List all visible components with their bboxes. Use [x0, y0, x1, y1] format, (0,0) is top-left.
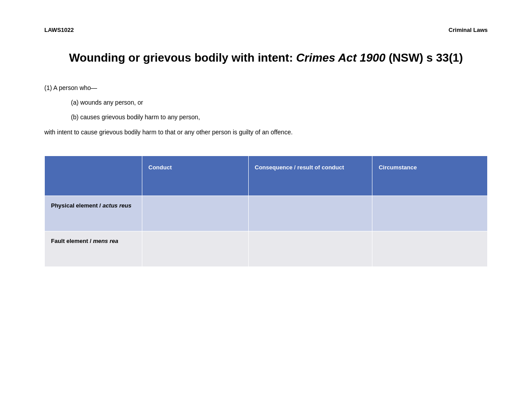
- row2-label: Fault element / mens rea: [45, 231, 142, 266]
- statute-line1: (1) A person who—: [44, 82, 488, 94]
- row1-col2: [142, 196, 248, 231]
- title-section: Wounding or grievous bodily with intent:…: [44, 51, 488, 65]
- elements-table: Conduct Consequence / result of conduct …: [44, 156, 488, 267]
- row2-col2: [142, 231, 248, 266]
- row2-col3: [248, 231, 372, 266]
- header-col4: Circumstance: [372, 156, 488, 196]
- table-row-actus-reus: Physical element / actus reus: [45, 196, 488, 231]
- header: LAWS1022 Criminal Laws: [44, 27, 488, 33]
- table-section: Conduct Consequence / result of conduct …: [44, 156, 488, 267]
- header-col1: [45, 156, 142, 196]
- statute-line2a: (a) wounds any person, or: [44, 97, 488, 108]
- statute-line3: with intent to cause grievous bodily har…: [44, 127, 488, 138]
- row1-label: Physical element / actus reus: [45, 196, 142, 231]
- header-col3: Consequence / result of conduct: [248, 156, 372, 196]
- row1-col4: [372, 196, 488, 231]
- row2-col4: [372, 231, 488, 266]
- table-row-mens-rea: Fault element / mens rea: [45, 231, 488, 266]
- statute-text: (1) A person who— (a) wounds any person,…: [44, 82, 488, 138]
- row1-col3: [248, 196, 372, 231]
- header-col2: Conduct: [142, 156, 248, 196]
- header-right: Criminal Laws: [449, 27, 488, 33]
- page-title: Wounding or grievous bodily with intent:…: [69, 51, 463, 64]
- header-left: LAWS1022: [44, 27, 74, 33]
- act-name: Crimes Act 1900: [296, 51, 385, 64]
- table-header-row: Conduct Consequence / result of conduct …: [45, 156, 488, 196]
- page: LAWS1022 Criminal Laws Wounding or griev…: [0, 0, 532, 411]
- statute-line2b: (b) causes grievous bodily harm to any p…: [44, 112, 488, 123]
